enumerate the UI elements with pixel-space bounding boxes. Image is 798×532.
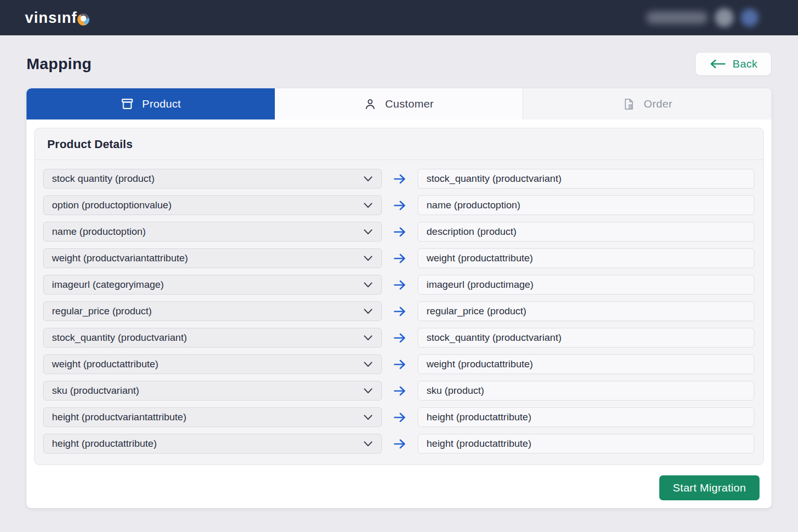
source-field-value: option (productoptionvalue)	[52, 200, 171, 211]
tab-product[interactable]: Product	[26, 88, 275, 119]
mapping-row: height (productvariantattribute)height (…	[43, 407, 754, 427]
tab-customer-label: Customer	[385, 98, 433, 110]
target-field-value: regular_price (product)	[427, 305, 526, 317]
chevron-down-icon	[363, 441, 373, 447]
source-field-value: sku (productvariant)	[52, 385, 139, 396]
source-field-value: height (productattribute)	[52, 438, 157, 449]
entity-tabs: Product Customer	[26, 88, 772, 119]
mapping-row: regular_price (product)regular_price (pr…	[43, 301, 754, 321]
target-field-value: height (productattribute)	[427, 411, 531, 423]
mapping-arrow-icon	[382, 385, 418, 396]
tab-order-label: Order	[644, 98, 672, 110]
target-field-value: stock_quantity (productvariant)	[427, 173, 562, 184]
source-field-value: imageurl (categoryimage)	[52, 279, 164, 290]
source-field-select[interactable]: sku (productvariant)	[43, 381, 382, 401]
target-field-value: imageurl (productimage)	[427, 279, 534, 290]
mapping-row: height (productattribute)height (product…	[43, 434, 754, 454]
target-field: stock_quantity (productvariant)	[418, 169, 754, 189]
document-icon	[622, 98, 635, 111]
mapping-arrow-icon	[382, 280, 418, 290]
mapping-arrow-icon	[382, 306, 418, 317]
mapping-arrow-icon	[382, 412, 418, 423]
mapping-arrow-icon	[382, 227, 418, 237]
source-field-select[interactable]: regular_price (product)	[43, 301, 382, 321]
mapping-row: stock_quantity (productvariant)stock_qua…	[43, 328, 754, 348]
page-title: Mapping	[26, 55, 91, 73]
source-field-value: regular_price (product)	[52, 305, 152, 317]
mapping-arrow-icon	[382, 332, 418, 343]
chevron-down-icon	[363, 229, 373, 235]
mapping-row: weight (productattribute)weight (product…	[43, 354, 754, 374]
start-migration-button[interactable]: Start Migration	[659, 475, 760, 500]
top-navbar: vinsınf	[0, 0, 798, 35]
back-button[interactable]: Back	[695, 52, 772, 76]
target-field: imageurl (productimage)	[418, 275, 754, 295]
target-field-value: name (productoption)	[427, 200, 521, 211]
mapping-row: imageurl (categoryimage)imageurl (produc…	[43, 275, 754, 295]
brand-logo-text: vinsınf	[25, 9, 77, 26]
box-icon	[121, 97, 134, 111]
target-field: name (productoption)	[418, 195, 754, 215]
mapping-row: stock quantity (product)stock_quantity (…	[43, 169, 754, 189]
mapping-card: Product Customer	[26, 88, 772, 508]
mapping-arrow-icon	[382, 253, 418, 264]
notification-avatar[interactable]	[741, 9, 759, 26]
mapping-arrow-icon	[382, 200, 418, 211]
person-icon	[364, 98, 377, 111]
globe-o-icon	[77, 14, 89, 25]
chevron-down-icon	[363, 202, 373, 209]
source-field-value: height (productvariantattribute)	[52, 411, 187, 423]
target-field: sku (product)	[418, 381, 754, 401]
source-field-value: stock quantity (product)	[52, 173, 154, 184]
brand-logo: vinsınf	[25, 9, 89, 26]
source-field-select[interactable]: option (productoptionvalue)	[43, 195, 382, 215]
source-field-value: name (productoption)	[52, 226, 146, 237]
source-field-select[interactable]: name (productoption)	[43, 222, 382, 242]
target-field: stock_quantity (productvariant)	[418, 328, 754, 348]
target-field-value: weight (productattribute)	[427, 252, 533, 264]
source-field-value: weight (productattribute)	[52, 358, 158, 370]
source-field-select[interactable]: stock quantity (product)	[43, 169, 382, 189]
target-field: weight (productattribute)	[418, 354, 754, 374]
source-field-select[interactable]: height (productattribute)	[43, 434, 382, 454]
avatar[interactable]	[715, 8, 734, 27]
chevron-down-icon	[363, 176, 373, 182]
target-field: weight (productattribute)	[418, 248, 754, 268]
tab-order[interactable]: Order	[523, 88, 772, 119]
mapping-arrow-icon	[382, 174, 418, 184]
target-field-value: height (productattribute)	[427, 438, 531, 449]
product-details-panel: Product Details stock quantity (product)…	[34, 128, 764, 465]
source-field-value: stock_quantity (productvariant)	[52, 332, 187, 343]
mapping-arrow-icon	[382, 359, 418, 370]
target-field: regular_price (product)	[418, 301, 754, 321]
target-field-value: description (product)	[427, 226, 516, 237]
chevron-down-icon	[363, 388, 373, 394]
chevron-down-icon	[363, 361, 373, 368]
chevron-down-icon	[363, 308, 373, 315]
target-field: description (product)	[418, 222, 754, 242]
mapping-row: weight (productvariantattribute)weight (…	[43, 248, 754, 268]
mapping-row: option (productoptionvalue)name (product…	[43, 195, 754, 215]
mapping-row: sku (productvariant)sku (product)	[43, 381, 754, 401]
mapping-row: name (productoption)description (product…	[43, 222, 754, 242]
target-field-value: weight (productattribute)	[427, 358, 533, 370]
back-button-label: Back	[733, 58, 757, 70]
chevron-down-icon	[363, 335, 373, 341]
source-field-select[interactable]: weight (productattribute)	[43, 354, 382, 374]
source-field-select[interactable]: stock_quantity (productvariant)	[43, 328, 382, 348]
user-name-redacted	[646, 11, 708, 24]
arrow-left-icon	[709, 59, 726, 69]
source-field-select[interactable]: weight (productvariantattribute)	[43, 248, 382, 268]
tab-customer[interactable]: Customer	[275, 88, 523, 119]
source-field-value: weight (productvariantattribute)	[52, 252, 188, 264]
source-field-select[interactable]: height (productvariantattribute)	[43, 407, 382, 427]
chevron-down-icon	[363, 414, 373, 421]
chevron-down-icon	[363, 255, 373, 262]
panel-title: Product Details	[35, 128, 763, 160]
chevron-down-icon	[363, 282, 373, 288]
target-field: height (productattribute)	[418, 407, 754, 427]
target-field: height (productattribute)	[418, 434, 754, 454]
source-field-select[interactable]: imageurl (categoryimage)	[43, 275, 382, 295]
target-field-value: sku (product)	[427, 385, 484, 396]
tab-product-label: Product	[142, 98, 181, 110]
